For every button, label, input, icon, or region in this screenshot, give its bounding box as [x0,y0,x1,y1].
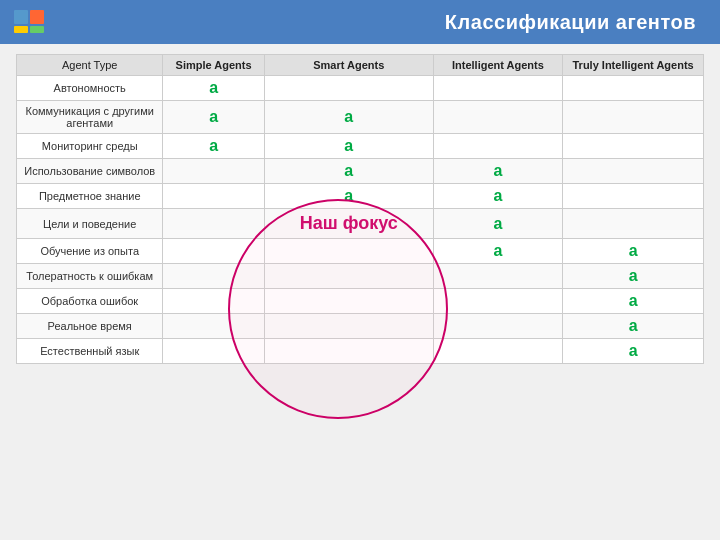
row-cell-smart: a [264,184,433,209]
row-cell-simple [163,159,264,184]
row-cell-simple [163,264,264,289]
logo [14,10,58,34]
col-header-smart: Smart Agents [264,55,433,76]
table-row: Обработка ошибокa [17,289,704,314]
table-row: Естественный языкa [17,339,704,364]
check-mark: a [493,187,502,204]
table-row: Мониторинг средыaa [17,134,704,159]
svg-rect-0 [14,10,28,24]
row-cell-truly: a [563,289,704,314]
row-cell-smart: a [264,159,433,184]
check-mark: a [344,162,353,179]
col-header-intelligent: Intelligent Agents [433,55,563,76]
row-cell-truly: a [563,314,704,339]
row-label: Автономность [17,76,163,101]
row-cell-intelligent: a [433,209,563,239]
row-label: Обучение из опыта [17,239,163,264]
row-cell-truly [563,184,704,209]
row-cell-intelligent [433,76,563,101]
row-cell-intelligent [433,339,563,364]
svg-rect-1 [30,10,44,24]
check-mark: a [629,292,638,309]
check-mark: a [629,267,638,284]
row-label: Реальное время [17,314,163,339]
row-cell-truly [563,209,704,239]
check-mark: a [493,162,502,179]
row-cell-simple [163,184,264,209]
check-mark: a [629,317,638,334]
svg-rect-2 [14,26,28,33]
row-cell-intelligent: a [433,159,563,184]
row-cell-simple [163,209,264,239]
check-mark: a [344,108,353,125]
row-label: Толератность к ошибкам [17,264,163,289]
row-cell-simple: a [163,76,264,101]
row-cell-intelligent [433,314,563,339]
check-mark: a [629,342,638,359]
row-cell-smart [264,339,433,364]
check-mark: a [344,187,353,204]
row-cell-smart [264,239,433,264]
row-cell-smart [264,264,433,289]
row-cell-smart [264,289,433,314]
table-row: Предметное знаниеaa [17,184,704,209]
row-label: Использование символов [17,159,163,184]
row-cell-intelligent: a [433,184,563,209]
row-cell-simple [163,339,264,364]
row-cell-smart [264,314,433,339]
row-cell-truly [563,159,704,184]
row-cell-truly: a [563,339,704,364]
check-mark: a [493,242,502,259]
classification-table: Agent Type Simple Agents Smart Agents In… [16,54,704,364]
row-label: Коммуникация с другими агентами [17,101,163,134]
row-cell-truly [563,101,704,134]
row-cell-simple [163,289,264,314]
table-row: Использование символовaa [17,159,704,184]
row-cell-truly [563,134,704,159]
main-content: Agent Type Simple Agents Smart Agents In… [0,44,720,372]
col-header-simple: Simple Agents [163,55,264,76]
table-row: Цели и поведениеНаш фокусa [17,209,704,239]
row-label: Цели и поведение [17,209,163,239]
row-cell-intelligent [433,264,563,289]
row-cell-truly [563,76,704,101]
row-label: Мониторинг среды [17,134,163,159]
row-cell-simple: a [163,101,264,134]
check-mark: a [493,215,502,232]
row-cell-intelligent [433,289,563,314]
row-cell-simple [163,239,264,264]
row-cell-smart [264,76,433,101]
check-mark: a [209,137,218,154]
row-cell-smart: a [264,101,433,134]
row-cell-smart: Наш фокус [264,209,433,239]
table-row: Автономностьa [17,76,704,101]
col-header-agent-type: Agent Type [17,55,163,76]
row-cell-truly: a [563,239,704,264]
table-row: Обучение из опытаaa [17,239,704,264]
row-cell-simple [163,314,264,339]
row-label: Обработка ошибок [17,289,163,314]
row-cell-simple: a [163,134,264,159]
row-label: Естественный язык [17,339,163,364]
svg-rect-3 [30,26,44,33]
table-row: Коммуникация с другими агентамиaa [17,101,704,134]
focus-label: Наш фокус [300,213,398,233]
row-cell-truly: a [563,264,704,289]
check-mark: a [344,137,353,154]
row-cell-intelligent [433,101,563,134]
header-bar: Классификации агентов [0,0,720,44]
row-cell-intelligent [433,134,563,159]
row-cell-smart: a [264,134,433,159]
check-mark: a [209,79,218,96]
row-cell-intelligent: a [433,239,563,264]
col-header-truly: Truly Intelligent Agents [563,55,704,76]
page-title: Классификации агентов [445,11,696,34]
row-label: Предметное знание [17,184,163,209]
table-row: Толератность к ошибкамa [17,264,704,289]
check-mark: a [629,242,638,259]
table-row: Реальное времяa [17,314,704,339]
check-mark: a [209,108,218,125]
